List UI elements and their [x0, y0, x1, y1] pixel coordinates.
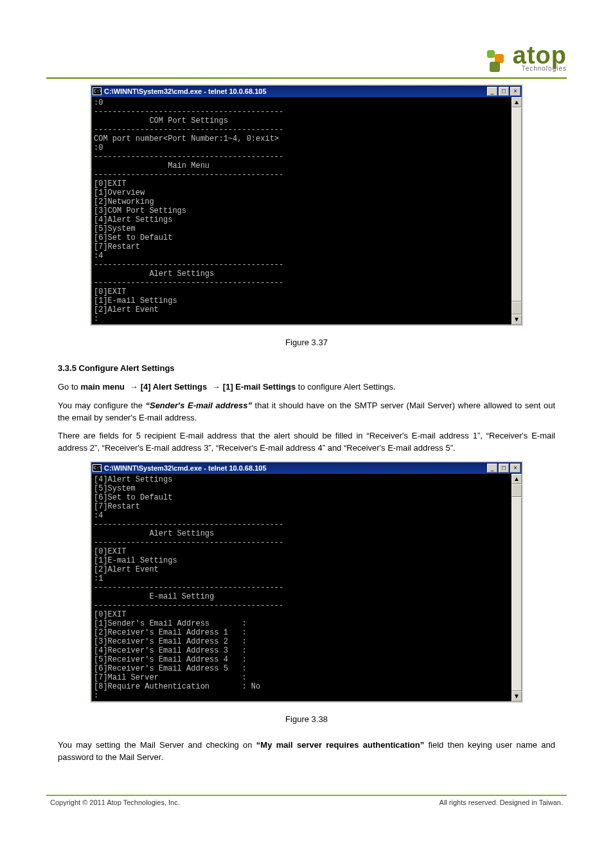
- close-button[interactable]: ×: [510, 87, 520, 96]
- scroll-up-icon[interactable]: ▲: [511, 97, 522, 107]
- header-divider: [46, 77, 567, 79]
- page-footer: Copyright © 2011 Atop Technologies, Inc.…: [46, 796, 567, 806]
- scroll-down-icon[interactable]: ▼: [511, 691, 522, 701]
- cmd-icon: [93, 87, 102, 95]
- section-heading: 3.3.5 Configure Alert Settings: [58, 363, 555, 375]
- footer-left: Copyright © 2011 Atop Technologies, Inc.: [50, 799, 180, 806]
- figure-38-label: Figure 3.38: [46, 714, 567, 724]
- instruction-nav: Go to main menu →[4] Alert Settings →[1]…: [58, 381, 555, 393]
- cmd-titlebar[interactable]: C:\WINNT\System32\cmd.exe - telnet 10.0.…: [91, 462, 522, 474]
- brand-name: atop: [513, 46, 567, 65]
- maximize-button[interactable]: □: [499, 464, 509, 473]
- brand-subtitle: Technologies: [522, 65, 567, 72]
- scroll-thumb[interactable]: [511, 302, 522, 314]
- cmd-output: :0 -------------------------------------…: [91, 97, 511, 325]
- atop-logo: atop Technologies: [487, 46, 567, 72]
- minimize-button[interactable]: _: [487, 87, 497, 96]
- scroll-thumb[interactable]: [511, 484, 522, 497]
- arrow-icon: →: [209, 382, 223, 392]
- cmd-title: C:\WINNT\System32\cmd.exe - telnet 10.0.…: [104, 87, 487, 95]
- logo-mark: [487, 50, 509, 72]
- scrollbar[interactable]: ▲ ▼: [511, 474, 522, 701]
- footer-right: All rights reserved. Designed in Taiwan.: [440, 799, 563, 806]
- cmd-window-com-port-alert: C:\WINNT\System32\cmd.exe - telnet 10.0.…: [90, 84, 523, 326]
- figure-37-label: Figure 3.37: [46, 338, 567, 347]
- minimize-button[interactable]: _: [487, 464, 497, 473]
- cmd-titlebar[interactable]: C:\WINNT\System32\cmd.exe - telnet 10.0.…: [91, 86, 522, 97]
- cmd-output: [4]Alert Settings [5]System [6]Set to De…: [91, 474, 511, 701]
- sender-email-paragraph: You may configure the “Sender's E-mail a…: [58, 400, 555, 424]
- brand-header: atop Technologies: [46, 33, 567, 72]
- scroll-down-icon[interactable]: ▼: [511, 314, 522, 325]
- arrow-icon: →: [127, 382, 141, 392]
- mail-server-paragraph: You may setting the Mail Server and chec…: [58, 739, 555, 764]
- scrollbar[interactable]: ▲ ▼: [511, 97, 522, 325]
- maximize-button[interactable]: □: [499, 87, 509, 96]
- cmd-window-email-setting: C:\WINNT\System32\cmd.exe - telnet 10.0.…: [90, 461, 523, 703]
- scroll-up-icon[interactable]: ▲: [511, 474, 522, 484]
- cmd-icon: [93, 464, 102, 472]
- cmd-title: C:\WINNT\System32\cmd.exe - telnet 10.0.…: [104, 464, 487, 472]
- close-button[interactable]: ×: [510, 464, 520, 473]
- receiver-emails-paragraph: There are fields for 5 recipient E-mail …: [58, 430, 555, 455]
